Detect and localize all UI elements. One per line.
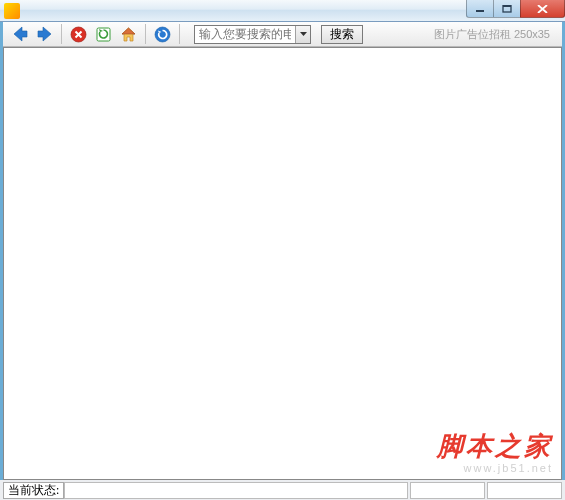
reload-circle-icon <box>154 26 171 43</box>
chevron-down-icon <box>300 32 307 36</box>
close-button[interactable] <box>520 0 565 18</box>
forward-arrow-icon <box>36 25 54 43</box>
status-text-field <box>64 482 408 499</box>
window-titlebar[interactable] <box>0 0 565 22</box>
back-arrow-icon <box>11 25 29 43</box>
ad-placeholder-text: 图片广告位招租 250x35 <box>434 27 556 42</box>
status-box-1 <box>410 482 485 499</box>
home-icon <box>120 26 137 43</box>
separator <box>145 24 146 44</box>
toolbar: 搜索 图片广告位招租 250x35 <box>3 22 562 47</box>
search-button[interactable]: 搜索 <box>321 25 363 44</box>
status-label: 当前状态: <box>3 482 64 499</box>
stop-button[interactable] <box>68 24 89 45</box>
close-icon <box>537 5 548 13</box>
svg-rect-2 <box>503 5 511 7</box>
forward-button[interactable] <box>34 24 55 45</box>
maximize-button[interactable] <box>493 0 521 18</box>
search-input[interactable] <box>195 26 295 43</box>
app-icon <box>4 3 20 19</box>
status-box-2 <box>487 482 562 499</box>
statusbar: 当前状态: <box>0 480 565 500</box>
content-area <box>3 47 562 480</box>
home-button[interactable] <box>118 24 139 45</box>
stop-icon <box>70 26 87 43</box>
window-controls <box>467 0 565 18</box>
minimize-icon <box>475 5 485 13</box>
search-combobox[interactable] <box>194 25 311 44</box>
search-dropdown-button[interactable] <box>295 26 310 43</box>
separator <box>61 24 62 44</box>
separator <box>179 24 180 44</box>
maximize-icon <box>502 5 512 13</box>
svg-point-5 <box>155 27 170 42</box>
svg-rect-0 <box>476 10 484 12</box>
refresh-button[interactable] <box>93 24 114 45</box>
reload-button[interactable] <box>152 24 173 45</box>
refresh-icon <box>95 26 112 43</box>
minimize-button[interactable] <box>466 0 494 18</box>
back-button[interactable] <box>9 24 30 45</box>
